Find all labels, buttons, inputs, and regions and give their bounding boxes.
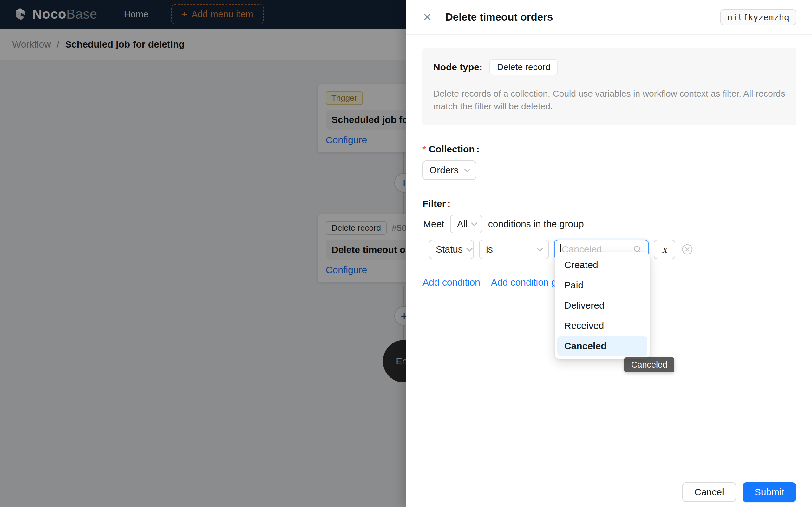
option-delivered[interactable]: Delivered [557,296,647,315]
submit-button[interactable]: Submit [743,482,796,502]
close-circle-icon [681,243,694,256]
close-icon[interactable]: ✕ [420,10,435,24]
filter-field-label: Filter : [422,199,796,209]
condition-field-select[interactable]: Status [429,239,474,259]
chevron-down-icon [466,245,473,251]
option-created[interactable]: Created [557,255,647,275]
collection-colon: : [476,144,479,155]
meet-suffix-text: conditions in the group [488,219,584,229]
logic-select[interactable]: All [450,215,483,233]
filter-colon: : [447,199,450,209]
drawer-backdrop[interactable] [0,0,406,507]
option-canceled[interactable]: Canceled [557,336,647,356]
condition-operator-select[interactable]: is [479,239,549,259]
drawer-footer: Cancel Submit [406,476,812,507]
option-received[interactable]: Received [557,316,647,336]
collection-select-value: Orders [429,165,459,176]
logic-select-value: All [457,219,467,229]
status-options-dropdown: Created Paid Delivered Received Canceled [555,252,650,359]
drawer-header: ✕ Delete timeout orders nitfkyzemzhq [406,0,812,35]
node-type-info-box: Node type: Delete record Delete records … [422,48,796,125]
collection-select[interactable]: Orders [422,160,476,180]
chevron-down-icon [464,166,470,172]
add-condition-link[interactable]: Add condition [422,277,480,288]
node-key-badge: nitfkyzemzhq [720,9,796,25]
chevron-down-icon [537,245,543,251]
node-type-label: Node type: [433,62,483,72]
cancel-button[interactable]: Cancel [682,482,736,502]
meet-prefix-text: Meet [423,219,444,229]
chevron-down-icon [471,220,477,226]
filter-label-text: Filter [422,199,446,209]
node-type-description: Delete records of a collection. Could us… [433,88,785,113]
option-paid[interactable]: Paid [557,275,647,295]
collection-field-label: * Collection : [422,144,796,155]
remove-condition-button[interactable] [681,243,694,256]
workflow-page: NocoBase Home + Add menu item Workflow /… [0,0,812,507]
use-variable-button[interactable]: x [654,239,675,259]
filter-logic-row: Meet All conditions in the group [423,215,796,233]
node-config-drawer: ✕ Delete timeout orders nitfkyzemzhq Nod… [406,0,812,507]
drawer-title: Delete timeout orders [445,11,720,23]
collection-label-text: Collection [429,144,475,155]
condition-field-value: Status [436,244,463,255]
node-type-tag: Delete record [490,59,558,75]
option-tooltip: Canceled [624,357,674,372]
condition-operator-value: is [486,244,493,255]
required-asterisk: * [422,144,426,155]
